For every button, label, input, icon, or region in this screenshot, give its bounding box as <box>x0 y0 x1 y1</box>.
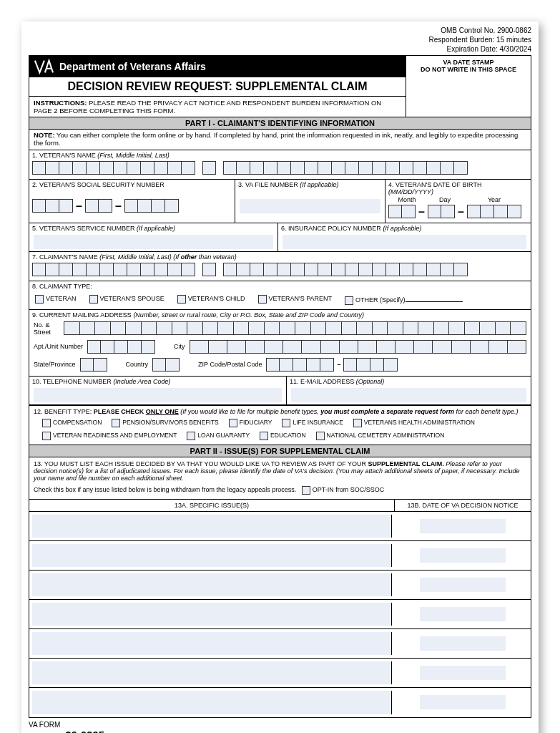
part1-header: PART I - CLAIMANT'S IDENTIFYING INFORMAT… <box>29 117 531 130</box>
addr-zip-input[interactable]: – <box>266 358 398 372</box>
addr-state-input[interactable] <box>80 358 107 372</box>
f6-label: 6. INSURANCE POLICY NUMBER (If applicabl… <box>278 223 531 233</box>
f2-label: 2. VETERAN'S SOCIAL SECURITY NUMBER <box>29 180 235 189</box>
chk-other[interactable]: OTHER (Specify) <box>345 293 463 305</box>
issue-input[interactable] <box>32 544 392 567</box>
chk-veteran[interactable]: VETERAN <box>35 295 77 304</box>
date-input[interactable] <box>420 548 506 563</box>
f4-label: 4. VETERAN'S DATE OF BIRTH (MM/DD/YYYY) <box>385 180 531 196</box>
f5-input[interactable] <box>34 235 273 249</box>
issue-row <box>29 600 531 629</box>
chk-spouse[interactable]: VETERAN'S SPOUSE <box>89 295 164 304</box>
chk-loan[interactable]: LOAN GUARANTY <box>187 432 250 440</box>
f1-input[interactable] <box>29 160 531 180</box>
addr-city-input[interactable] <box>190 340 526 354</box>
chk-pension[interactable]: PENSION/SURVIVORS BENEFITS <box>112 419 218 427</box>
issue-input[interactable] <box>32 632 392 655</box>
dept-name: Department of Veterans Affairs <box>59 61 206 72</box>
va-logo <box>34 59 54 74</box>
f1-label: 1. VETERAN'S NAME (First, Middle Initial… <box>29 150 531 160</box>
issue-row <box>29 571 531 600</box>
form-frame: Department of Veterans Affairs DECISION … <box>29 55 531 718</box>
stamp-line1: VA DATE STAMP <box>409 59 528 66</box>
omb-burden: Respondent Burden: 15 minutes <box>29 35 531 44</box>
date-input[interactable] <box>420 636 506 651</box>
dept-header: Department of Veterans Affairs <box>29 56 406 77</box>
omb-block: OMB Control No. 2900-0862 Respondent Bur… <box>21 21 539 55</box>
stamp-line2: DO NOT WRITE IN THIS SPACE <box>409 66 528 73</box>
chk-education[interactable]: EDUCATION <box>260 432 305 440</box>
omb-expiration: Expiration Date: 4/30/2024 <box>29 44 531 54</box>
issue-table-header: 13A. SPECIFIC ISSUE(S) 13B. DATE OF VA D… <box>29 500 531 512</box>
footer-vaform: VA FORM <box>29 721 104 729</box>
addr-street-input[interactable] <box>64 321 526 335</box>
note: NOTE: You can either complete the form o… <box>29 130 531 150</box>
col-13b: 13B. DATE OF VA DECISION NOTICE <box>395 500 531 511</box>
omb-control: OMB Control No. 2900-0862 <box>29 26 531 35</box>
chk-vre[interactable]: VETERAN READINESS AND EMPLOYMENT <box>42 432 177 440</box>
issue-input[interactable] <box>32 691 392 714</box>
chk-vha[interactable]: VETERANS HEALTH ADMINISTRATION <box>353 419 475 427</box>
f10-input[interactable] <box>34 388 282 402</box>
part2-header: PART II - ISSUE(S) FOR SUPPLEMENTAL CLAI… <box>29 445 531 457</box>
instructions: INSTRUCTIONS: PLEASE READ THE PRIVACY AC… <box>29 97 406 117</box>
p2-instructions: 13. YOU MUST LIST EACH ISSUE DECIDED BY … <box>29 457 531 485</box>
form-number: 20-0995 <box>65 729 104 733</box>
issue-row <box>29 659 531 688</box>
col-13a: 13A. SPECIFIC ISSUE(S) <box>29 500 395 511</box>
date-stamp-box: VA DATE STAMP DO NOT WRITE IN THIS SPACE <box>406 56 531 117</box>
addr-country-input[interactable] <box>152 358 180 372</box>
date-input[interactable] <box>420 695 506 709</box>
date-input[interactable] <box>420 519 506 533</box>
f8-label: 8. CLAIMANT TYPE: <box>29 281 531 291</box>
issue-row <box>29 541 531 571</box>
footer: VA FORM APR 2021 20-0995 SUPERSEDES VA F… <box>21 718 539 733</box>
date-input[interactable] <box>420 578 506 592</box>
f4-input[interactable]: – – <box>385 203 531 223</box>
chk-optin[interactable]: OPT-IN from SOC/SSOC <box>302 486 385 493</box>
issue-input[interactable] <box>32 661 392 684</box>
f7-input[interactable] <box>29 261 531 281</box>
f12-label: 12. BENEFIT TYPE: PLEASE CHECK ONLY ONE … <box>29 405 531 417</box>
f11-input[interactable] <box>291 388 526 402</box>
form-title: DECISION REVIEW REQUEST: SUPPLEMENTAL CL… <box>29 77 406 97</box>
f9-label: 9. CURRENT MAILING ADDRESS (Number, stre… <box>29 310 531 319</box>
f10-label: 10. TELEPHONE NUMBER (Include Area Code) <box>29 377 286 386</box>
issue-input[interactable] <box>32 515 392 538</box>
f6-input[interactable] <box>283 235 526 249</box>
date-input[interactable] <box>420 666 506 680</box>
issue-row <box>29 629 531 659</box>
f2-input[interactable]: – – <box>29 189 235 217</box>
optin-row: Check this box if any issue listed below… <box>29 485 531 500</box>
issue-input[interactable] <box>32 573 392 596</box>
f7-label: 7. CLAIMANT'S NAME (First, Middle Initia… <box>29 252 531 261</box>
addr-apt-input[interactable] <box>87 340 155 354</box>
issue-row <box>29 688 531 717</box>
chk-parent[interactable]: VETERAN'S PARENT <box>258 295 333 304</box>
f5-label: 5. VETERAN'S SERVICE NUMBER (If applicab… <box>29 223 277 233</box>
note-label: NOTE: <box>34 131 55 139</box>
chk-nca[interactable]: NATIONAL CEMETERY ADMINISTRATION <box>316 432 445 440</box>
issue-input[interactable] <box>32 603 392 626</box>
f3-label: 3. VA FILE NUMBER (If applicable) <box>235 180 385 189</box>
date-input[interactable] <box>420 607 506 621</box>
form-page: OMB Control No. 2900-0862 Respondent Bur… <box>21 21 539 733</box>
f3-input[interactable] <box>240 199 380 213</box>
chk-compensation[interactable]: COMPENSATION <box>42 419 102 427</box>
chk-child[interactable]: VETERAN'S CHILD <box>177 295 245 304</box>
chk-life-insurance[interactable]: LIFE INSURANCE <box>282 419 343 427</box>
chk-fiduciary[interactable]: FIDUCIARY <box>229 419 272 427</box>
note-text: You can either complete the form online … <box>34 131 518 147</box>
f11-label: 11. E-MAIL ADDRESS (Optional) <box>287 377 531 386</box>
f8-checks: VETERAN VETERAN'S SPOUSE VETERAN'S CHILD… <box>29 291 531 310</box>
address-block: No. & Street Apt./Unit Number City State… <box>29 319 531 377</box>
issue-row <box>29 512 531 541</box>
instructions-label: INSTRUCTIONS: <box>34 99 87 107</box>
